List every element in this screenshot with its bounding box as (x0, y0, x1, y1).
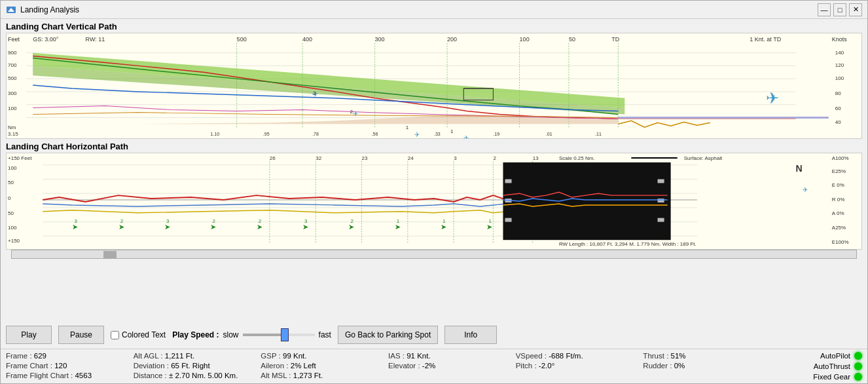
stat-thrust: Thrust : 51% (643, 352, 770, 360)
autothrust-led (854, 362, 862, 370)
pause-button[interactable]: Pause (58, 326, 104, 344)
stat-alt-agl: Alt AGL : 1,211 Ft. (134, 352, 261, 360)
horizontal-scrollbar[interactable] (11, 250, 857, 259)
play-button[interactable]: Play (6, 326, 52, 344)
stat-pitch: Pitch : -2.0° (516, 362, 643, 370)
svg-text:.19: .19 (493, 132, 499, 136)
svg-text:1: 1 (450, 128, 454, 134)
alt-agl-label: Alt AGL : (134, 352, 163, 360)
svg-text:40: 40 (835, 119, 842, 125)
play-speed-label: Play Speed : (172, 330, 219, 339)
svg-text:1: 1 (406, 125, 409, 130)
speed-slider[interactable] (243, 334, 315, 336)
stat-gsp: GSP : 99 Knt. (261, 352, 388, 360)
title-bar: Landing Analysis — □ ✕ (1, 1, 867, 19)
svg-text:2: 2 (493, 155, 496, 161)
svg-text:100: 100 (520, 36, 530, 43)
svg-text:➤: ➤ (441, 223, 446, 231)
play-speed-group: Play Speed : slow fast (172, 330, 331, 339)
svg-text:+150: +150 (8, 238, 20, 244)
horizontal-chart-title: Landing Chart Horizontal Path (6, 142, 862, 151)
svg-text:80: 80 (835, 90, 842, 96)
close-button[interactable]: ✕ (849, 3, 862, 16)
window-title: Landing Analysis (20, 5, 79, 14)
main-window: Landing Analysis — □ ✕ Landing Chart Ver… (0, 0, 868, 384)
svg-text:N: N (796, 163, 803, 174)
svg-text:60: 60 (835, 106, 842, 111)
colored-text-checkbox-label: Colored Text (111, 330, 166, 339)
stat-frame-chart: Frame Chart : 120 (6, 362, 134, 370)
stat-col-vspeed: VSpeed : -688 Ft/m. Pitch : -2.0° (516, 352, 643, 381)
colored-text-checkbox[interactable] (111, 331, 119, 339)
aileron-label: Aileron : (261, 362, 288, 370)
svg-text:Feet: Feet (8, 36, 20, 43)
svg-text:A 0%: A 0% (832, 210, 844, 216)
maximize-button[interactable]: □ (833, 3, 846, 16)
svg-text:RW: 11: RW: 11 (86, 36, 105, 43)
horizontal-chart-section: Landing Chart Horizontal Path +150 Feet … (6, 142, 862, 250)
colored-text-label: Colored Text (122, 330, 166, 339)
stat-vspeed: VSpeed : -688 Ft/m. (516, 352, 643, 360)
svg-text:.56: .56 (372, 132, 378, 136)
scrollbar-thumb[interactable] (103, 251, 117, 259)
svg-rect-92 (503, 163, 670, 240)
svg-text:50: 50 (569, 36, 575, 43)
svg-text:500: 500 (237, 36, 247, 43)
stat-frame: Frame : 629 (6, 352, 134, 360)
svg-text:Scale 0.25 Nm.: Scale 0.25 Nm. (559, 155, 595, 161)
info-button[interactable]: Info (444, 326, 497, 344)
deviation-value: 65 Ft. Right (171, 362, 209, 370)
svg-text:100: 100 (835, 75, 844, 81)
svg-text:➤: ➤ (302, 223, 308, 231)
svg-rect-63 (7, 153, 861, 249)
svg-text:➤: ➤ (72, 223, 78, 231)
minimize-button[interactable]: — (818, 3, 831, 16)
fast-label: fast (319, 330, 331, 339)
svg-text:.78: .78 (312, 132, 319, 136)
svg-text:200: 200 (447, 36, 457, 43)
rudder-label: Rudder : (643, 362, 672, 370)
svg-rect-98 (658, 218, 664, 222)
gsp-value: 99 Knt. (283, 352, 306, 360)
frame-value: 629 (34, 352, 46, 360)
distance-value: ± 2.70 Nm. 5.00 Km. (169, 372, 238, 379)
svg-text:➤: ➤ (257, 223, 262, 231)
svg-text:.01: .01 (546, 132, 552, 136)
stat-col-thrust: Thrust : 51% Rudder : 0% (643, 352, 770, 381)
svg-text:.11: .11 (595, 132, 602, 136)
go-back-button[interactable]: Go Back to Parking Spot (338, 326, 438, 344)
svg-text:1.10: 1.10 (210, 132, 219, 136)
rudder-value: 0% (674, 362, 685, 370)
frame-chart-value: 120 (54, 362, 67, 370)
vspeed-value: -688 Ft/m. (549, 352, 583, 360)
svg-text:100: 100 (8, 225, 17, 231)
svg-text:Knots: Knots (832, 36, 848, 43)
svg-text:+150 Feet: +150 Feet (8, 155, 32, 161)
autopilot-label: AutoPilot (820, 352, 850, 360)
svg-text:1: 1 (488, 218, 492, 224)
vertical-chart-title: Landing Chart Vertical Path (6, 22, 862, 31)
stat-alt-msl: Alt MSL : 1,273 Ft. (261, 372, 388, 379)
svg-text:100: 100 (8, 165, 17, 171)
svg-text:300: 300 (375, 36, 385, 43)
svg-text:➤: ➤ (486, 223, 492, 231)
svg-text:Nm: Nm (8, 125, 16, 130)
stat-elevator: Elevator : -2% (388, 362, 516, 370)
svg-text:3.15: 3.15 (8, 131, 18, 137)
svg-text:2: 2 (313, 90, 316, 96)
svg-text:✈: ✈ (414, 131, 420, 138)
frame-chart-label: Frame Chart : (6, 362, 52, 370)
svg-text:1 Knt. at TD: 1 Knt. at TD (750, 36, 782, 43)
svg-text:400: 400 (302, 36, 312, 43)
svg-text:A25%: A25% (832, 225, 846, 231)
stat-frame-flight: Frame Flight Chart : 4563 (6, 372, 134, 379)
vertical-chart-svg: Feet 900 700 500 300 100 Nm 3.15 GS: 3.0… (7, 33, 861, 138)
svg-text:2: 2 (259, 218, 262, 224)
svg-text:E100%: E100% (832, 239, 849, 245)
alt-msl-label: Alt MSL : (261, 372, 291, 379)
fixed-gear-label: Fixed Gear (813, 373, 850, 381)
svg-text:2: 2 (350, 218, 353, 224)
svg-rect-96 (658, 179, 664, 183)
svg-text:24: 24 (408, 155, 414, 161)
stat-rudder: Rudder : 0% (643, 362, 770, 370)
